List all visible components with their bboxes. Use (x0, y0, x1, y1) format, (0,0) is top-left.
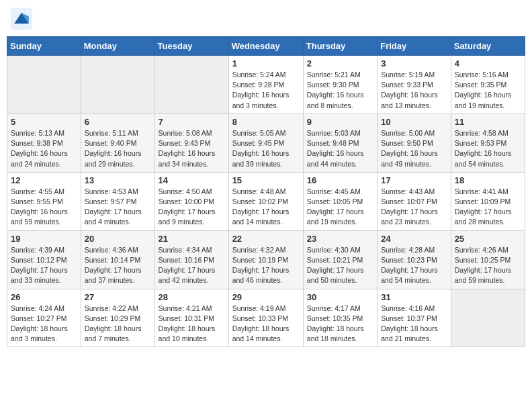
calendar-cell: 22Sunrise: 4:32 AM Sunset: 10:19 PM Dayl… (228, 230, 303, 289)
day-info: Sunrise: 4:21 AM Sunset: 10:31 PM Daylig… (159, 304, 225, 345)
day-info: Sunrise: 4:53 AM Sunset: 9:57 PM Dayligh… (85, 187, 151, 228)
calendar-cell: 17Sunrise: 4:43 AM Sunset: 10:07 PM Dayl… (378, 172, 451, 230)
day-info: Sunrise: 5:13 AM Sunset: 9:38 PM Dayligh… (11, 128, 77, 169)
day-number: 14 (159, 175, 225, 185)
calendar-cell: 30Sunrise: 4:17 AM Sunset: 10:35 PM Dayl… (303, 289, 377, 347)
day-info: Sunrise: 4:45 AM Sunset: 10:05 PM Daylig… (307, 187, 373, 228)
day-number: 1 (232, 58, 300, 68)
week-row-1: 1Sunrise: 5:24 AM Sunset: 9:28 PM Daylig… (7, 56, 525, 114)
calendar-cell: 27Sunrise: 4:22 AM Sunset: 10:29 PM Dayl… (81, 289, 154, 347)
calendar-cell: 5Sunrise: 5:13 AM Sunset: 9:38 PM Daylig… (7, 113, 81, 172)
day-info: Sunrise: 4:30 AM Sunset: 10:21 PM Daylig… (307, 245, 373, 286)
calendar-cell: 20Sunrise: 4:36 AM Sunset: 10:14 PM Dayl… (81, 230, 154, 289)
day-info: Sunrise: 5:21 AM Sunset: 9:30 PM Dayligh… (307, 70, 373, 111)
day-info: Sunrise: 4:39 AM Sunset: 10:12 PM Daylig… (11, 245, 77, 286)
calendar-cell: 25Sunrise: 4:26 AM Sunset: 10:25 PM Dayl… (451, 230, 525, 289)
day-number: 15 (232, 175, 300, 185)
calendar-cell: 3Sunrise: 5:19 AM Sunset: 9:33 PM Daylig… (378, 56, 451, 114)
day-number: 23 (307, 234, 373, 244)
calendar-cell: 2Sunrise: 5:21 AM Sunset: 9:30 PM Daylig… (303, 56, 377, 114)
day-info: Sunrise: 5:11 AM Sunset: 9:40 PM Dayligh… (85, 128, 151, 169)
day-number: 12 (11, 175, 77, 185)
day-info: Sunrise: 4:28 AM Sunset: 10:23 PM Daylig… (381, 245, 447, 286)
day-info: Sunrise: 4:17 AM Sunset: 10:35 PM Daylig… (307, 304, 373, 345)
day-number: 24 (381, 234, 447, 244)
day-info: Sunrise: 5:24 AM Sunset: 9:28 PM Dayligh… (232, 70, 300, 111)
weekday-header-friday: Friday (378, 37, 451, 56)
day-number: 4 (455, 58, 521, 68)
day-number: 22 (232, 234, 300, 244)
day-number: 11 (455, 117, 521, 127)
calendar-cell: 31Sunrise: 4:16 AM Sunset: 10:37 PM Dayl… (378, 289, 451, 347)
calendar-cell (154, 56, 228, 114)
calendar-cell: 18Sunrise: 4:41 AM Sunset: 10:09 PM Dayl… (451, 172, 525, 230)
day-info: Sunrise: 5:05 AM Sunset: 9:45 PM Dayligh… (232, 128, 300, 169)
calendar-cell: 6Sunrise: 5:11 AM Sunset: 9:40 PM Daylig… (81, 113, 154, 172)
day-info: Sunrise: 4:26 AM Sunset: 10:25 PM Daylig… (455, 245, 521, 286)
weekday-header-sunday: Sunday (7, 37, 81, 56)
calendar-cell (7, 56, 81, 114)
day-number: 10 (381, 117, 447, 127)
day-info: Sunrise: 4:43 AM Sunset: 10:07 PM Daylig… (381, 187, 447, 228)
calendar-cell (451, 289, 525, 347)
day-info: Sunrise: 4:32 AM Sunset: 10:19 PM Daylig… (232, 245, 300, 286)
day-number: 29 (232, 292, 300, 302)
day-number: 16 (307, 175, 373, 185)
day-number: 3 (381, 58, 447, 68)
calendar-cell: 8Sunrise: 5:05 AM Sunset: 9:45 PM Daylig… (228, 113, 303, 172)
day-info: Sunrise: 4:50 AM Sunset: 10:00 PM Daylig… (159, 187, 225, 228)
day-info: Sunrise: 4:41 AM Sunset: 10:09 PM Daylig… (455, 187, 521, 228)
weekday-header-tuesday: Tuesday (154, 37, 228, 56)
weekday-header-wednesday: Wednesday (228, 37, 303, 56)
day-number: 25 (455, 234, 521, 244)
day-info: Sunrise: 4:55 AM Sunset: 9:55 PM Dayligh… (11, 187, 77, 228)
week-row-3: 12Sunrise: 4:55 AM Sunset: 9:55 PM Dayli… (7, 172, 525, 230)
day-info: Sunrise: 4:34 AM Sunset: 10:16 PM Daylig… (159, 245, 225, 286)
calendar-cell: 12Sunrise: 4:55 AM Sunset: 9:55 PM Dayli… (7, 172, 81, 230)
weekday-header-thursday: Thursday (303, 37, 377, 56)
page-header (7, 7, 525, 31)
calendar-cell: 19Sunrise: 4:39 AM Sunset: 10:12 PM Dayl… (7, 230, 81, 289)
day-info: Sunrise: 4:16 AM Sunset: 10:37 PM Daylig… (381, 304, 447, 345)
day-number: 30 (307, 292, 373, 302)
day-info: Sunrise: 5:03 AM Sunset: 9:48 PM Dayligh… (307, 128, 373, 169)
day-number: 9 (307, 117, 373, 127)
day-info: Sunrise: 5:08 AM Sunset: 9:43 PM Dayligh… (159, 128, 225, 169)
calendar-cell: 28Sunrise: 4:21 AM Sunset: 10:31 PM Dayl… (154, 289, 228, 347)
calendar-cell: 15Sunrise: 4:48 AM Sunset: 10:02 PM Dayl… (228, 172, 303, 230)
calendar-cell: 7Sunrise: 5:08 AM Sunset: 9:43 PM Daylig… (154, 113, 228, 172)
day-info: Sunrise: 5:16 AM Sunset: 9:35 PM Dayligh… (455, 70, 521, 111)
weekday-header-saturday: Saturday (451, 37, 525, 56)
day-number: 5 (11, 117, 77, 127)
weekday-header-monday: Monday (81, 37, 154, 56)
week-row-5: 26Sunrise: 4:24 AM Sunset: 10:27 PM Dayl… (7, 289, 525, 347)
day-number: 6 (85, 117, 151, 127)
calendar-table: SundayMondayTuesdayWednesdayThursdayFrid… (7, 36, 525, 347)
calendar-cell: 16Sunrise: 4:45 AM Sunset: 10:05 PM Dayl… (303, 172, 377, 230)
logo-icon (9, 7, 34, 31)
day-number: 21 (159, 234, 225, 244)
day-info: Sunrise: 4:24 AM Sunset: 10:27 PM Daylig… (11, 304, 77, 345)
calendar-cell: 29Sunrise: 4:19 AM Sunset: 10:33 PM Dayl… (228, 289, 303, 347)
day-info: Sunrise: 5:19 AM Sunset: 9:33 PM Dayligh… (381, 70, 447, 111)
calendar-cell: 10Sunrise: 5:00 AM Sunset: 9:50 PM Dayli… (378, 113, 451, 172)
day-number: 8 (232, 117, 300, 127)
day-number: 2 (307, 58, 373, 68)
calendar-cell: 26Sunrise: 4:24 AM Sunset: 10:27 PM Dayl… (7, 289, 81, 347)
calendar-cell: 4Sunrise: 5:16 AM Sunset: 9:35 PM Daylig… (451, 56, 525, 114)
logo (9, 7, 36, 31)
week-row-2: 5Sunrise: 5:13 AM Sunset: 9:38 PM Daylig… (7, 113, 525, 172)
week-row-4: 19Sunrise: 4:39 AM Sunset: 10:12 PM Dayl… (7, 230, 525, 289)
day-number: 20 (85, 234, 151, 244)
calendar-cell: 21Sunrise: 4:34 AM Sunset: 10:16 PM Dayl… (154, 230, 228, 289)
weekday-header-row: SundayMondayTuesdayWednesdayThursdayFrid… (7, 37, 525, 56)
calendar-cell: 1Sunrise: 5:24 AM Sunset: 9:28 PM Daylig… (228, 56, 303, 114)
day-number: 7 (159, 117, 225, 127)
calendar-cell: 13Sunrise: 4:53 AM Sunset: 9:57 PM Dayli… (81, 172, 154, 230)
calendar-cell: 24Sunrise: 4:28 AM Sunset: 10:23 PM Dayl… (378, 230, 451, 289)
day-number: 28 (159, 292, 225, 302)
calendar-cell: 23Sunrise: 4:30 AM Sunset: 10:21 PM Dayl… (303, 230, 377, 289)
day-info: Sunrise: 4:19 AM Sunset: 10:33 PM Daylig… (232, 304, 300, 345)
calendar-cell (81, 56, 154, 114)
day-number: 18 (455, 175, 521, 185)
